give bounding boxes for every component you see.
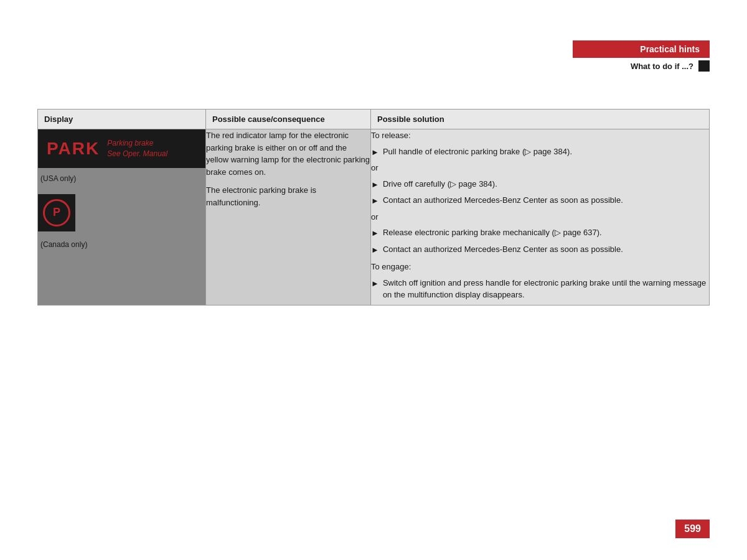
header-section: Practical hints What to do if ...? — [573, 40, 710, 72]
header-subtitle: What to do if ...? — [631, 62, 698, 71]
solution-or-2: or — [371, 211, 709, 223]
cause-para2: The electronic parking brake is malfunct… — [206, 184, 370, 208]
usa-only-label: (USA only) — [38, 170, 205, 189]
solution-item-1: ► Pull handle of electronic parking brak… — [371, 146, 709, 159]
parking-brake-line1: Parking brake — [107, 139, 153, 147]
to-engage-label: To engage: — [371, 261, 709, 273]
header-black-box-icon — [698, 60, 710, 72]
canada-icon-block: P — [38, 194, 75, 231]
arrow-icon-2: ► — [371, 179, 379, 191]
solution-text-5: Contact an authorized Mercedes-Benz Cent… — [383, 243, 623, 256]
arrow-icon-3: ► — [371, 195, 379, 207]
solution-item-6: ► Switch off ignition and press handle f… — [371, 277, 709, 301]
arrow-icon-5: ► — [371, 244, 379, 256]
cause-para1: The red indicator lamp for the electroni… — [206, 129, 370, 178]
solution-text-4: Release electronic parking brake mechani… — [383, 226, 602, 239]
parking-p-icon: P — [43, 199, 70, 226]
solution-text-6: Switch off ignition and press handle for… — [383, 277, 709, 301]
solution-text-1: Pull handle of electronic parking brake … — [383, 146, 572, 158]
solution-item-2: ► Drive off carefully (▷ page 384). — [371, 178, 709, 191]
col-header-solution: Possible solution — [371, 110, 710, 129]
parking-brake-line2: See Oper. Manual — [107, 149, 167, 158]
canada-only-label: (Canada only) — [38, 236, 205, 255]
main-table-area: Display Possible cause/consequence Possi… — [37, 109, 710, 306]
header-title: Practical hints — [573, 40, 710, 58]
header-subtitle-bar: What to do if ...? — [573, 60, 710, 72]
park-label: PARK — [47, 139, 100, 159]
col-header-display: Display — [38, 110, 206, 129]
col-header-cause: Possible cause/consequence — [206, 110, 371, 129]
solution-item-4: ► Release electronic parking brake mecha… — [371, 226, 709, 240]
solution-or-1: or — [371, 162, 709, 174]
table-header-row: Display Possible cause/consequence Possi… — [38, 110, 710, 129]
main-table: Display Possible cause/consequence Possi… — [37, 109, 710, 306]
solution-item-5: ► Contact an authorized Mercedes-Benz Ce… — [371, 243, 709, 256]
arrow-icon-1: ► — [371, 146, 379, 159]
page-number: 599 — [675, 520, 710, 538]
park-badge: PARK Parking brake See Oper. Manual — [38, 129, 205, 168]
solution-text-3: Contact an authorized Mercedes-Benz Cent… — [383, 194, 623, 207]
cause-cell: The red indicator lamp for the electroni… — [206, 129, 371, 306]
arrow-icon-6: ► — [371, 278, 379, 290]
solution-text-2: Drive off carefully (▷ page 384). — [383, 178, 497, 190]
to-release-label: To release: — [371, 129, 709, 142]
table-row: PARK Parking brake See Oper. Manual (USA… — [38, 129, 710, 306]
solution-item-3: ► Contact an authorized Mercedes-Benz Ce… — [371, 194, 709, 207]
parking-brake-label: Parking brake See Oper. Manual — [107, 138, 167, 159]
solution-cell: To release: ► Pull handle of electronic … — [371, 129, 710, 306]
arrow-icon-4: ► — [371, 227, 379, 240]
display-cell: PARK Parking brake See Oper. Manual (USA… — [38, 129, 206, 306]
